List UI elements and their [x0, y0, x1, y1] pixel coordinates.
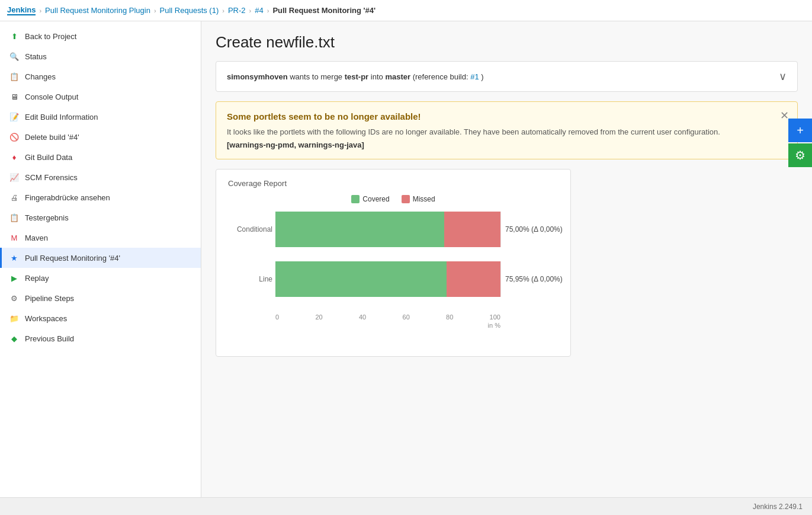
breadcrumb-pr2[interactable]: PR-2 [228, 6, 246, 15]
pipeline-steps-label: Pipeline Steps [25, 294, 74, 303]
status-icon: 🔍 [8, 50, 20, 62]
bar-covered-1 [275, 261, 447, 297]
sidebar-item-workspaces[interactable]: 📁Workspaces [0, 308, 201, 328]
replay-icon: ▶ [8, 272, 20, 284]
sidebar-item-delete-build[interactable]: 🚫Delete build '#4' [0, 127, 201, 147]
footer: Jenkins 2.249.1 [0, 497, 812, 515]
maven-label: Maven [25, 233, 48, 242]
previous-build-label: Previous Build [25, 334, 74, 343]
bar-value-label-0: 75,00% (Δ 0,00%) [505, 225, 563, 233]
pr-ref-prefix: (reference build: [413, 72, 471, 81]
chart-area: Conditional75,00% (Δ 0,00%)Line75,95% (Δ… [228, 212, 559, 347]
right-buttons: + ⚙ [788, 119, 812, 167]
sidebar-item-testergebnis[interactable]: 📋Testergebnis [0, 207, 201, 228]
chart-row-0: Conditional75,00% (Δ 0,00%) [275, 212, 559, 247]
back-to-project-label: Back to Project [25, 32, 76, 41]
chart-row-label-0: Conditional [228, 225, 272, 233]
main-content: Create newfile.txt simonsymhoven wants t… [201, 21, 812, 497]
chart-title: Coverage Report [228, 179, 559, 188]
bar-value-label-1: 75,95% (Δ 0,00%) [505, 275, 563, 283]
missed-dot [402, 195, 410, 203]
legend-missed-label: Missed [413, 195, 435, 203]
workspaces-icon: 📁 [8, 312, 20, 324]
fingerabdrucke-icon: 🖨 [8, 191, 20, 203]
warning-text: It looks like the portlets with the foll… [227, 126, 787, 138]
pr-expand-icon[interactable]: ∨ [779, 70, 787, 83]
delete-build-label: Delete build '#4' [25, 133, 79, 142]
pr-user: simonsymhoven [227, 72, 288, 81]
page-title: Create newfile.txt [216, 33, 798, 52]
grid-line [500, 261, 501, 297]
sidebar-item-pull-request-monitoring[interactable]: ★Pull Request Monitoring '#4' [0, 248, 201, 268]
warning-ids: [warnings-ng-pmd, warnings-ng-java] [227, 140, 787, 149]
x-axis-unit: in % [275, 322, 500, 329]
changes-icon: 📋 [8, 71, 20, 82]
chart-row-1: Line75,95% (Δ 0,00%) [275, 261, 559, 297]
legend-missed: Missed [402, 195, 435, 203]
grid-line [500, 212, 501, 247]
warning-close-button[interactable]: ✕ [780, 109, 789, 122]
changes-label: Changes [25, 72, 56, 81]
edit-build-information-icon: 📝 [8, 111, 20, 123]
pr-into: into [371, 72, 386, 81]
warning-box: ✕ Some portlets seem to be no longer ava… [216, 101, 798, 159]
bar-missed-1 [447, 261, 500, 297]
sidebar-item-git-build-data[interactable]: ♦Git Build Data [0, 147, 201, 167]
pull-request-monitoring-icon: ★ [8, 252, 20, 264]
version-label: Jenkins 2.249.1 [753, 503, 803, 511]
breadcrumb-current: Pull Request Monitoring '#4' [272, 6, 375, 15]
breadcrumb-plugin[interactable]: Pull Request Monitoring Plugin [45, 6, 150, 15]
chart-card: Coverage Report Covered Missed Condition… [216, 169, 571, 357]
pr-ref-suffix: ) [481, 72, 483, 81]
pipeline-steps-icon: ⚙ [8, 292, 20, 304]
back-to-project-icon: ⬆ [8, 30, 20, 42]
replay-label: Replay [25, 274, 49, 283]
console-output-label: Console Output [25, 92, 78, 101]
sidebar-item-scm-forensics[interactable]: 📈SCM Forensics [0, 167, 201, 187]
sidebar: ⬆Back to Project🔍Status📋Changes🖥Console … [0, 21, 201, 497]
sidebar-item-pipeline-steps[interactable]: ⚙Pipeline Steps [0, 288, 201, 308]
sidebar-item-status[interactable]: 🔍Status [0, 46, 201, 66]
covered-dot [351, 195, 360, 203]
testergebnis-icon: 📋 [8, 212, 20, 223]
testergebnis-label: Testergebnis [25, 213, 69, 222]
legend-covered-label: Covered [362, 195, 389, 203]
breadcrumb-jenkins[interactable]: Jenkins [7, 5, 36, 15]
git-build-data-label: Git Build Data [25, 153, 72, 162]
breadcrumb: Jenkins › Pull Request Monitoring Plugin… [0, 0, 812, 21]
settings-button[interactable]: ⚙ [788, 143, 812, 167]
pr-action: wants to merge [290, 72, 345, 81]
add-button[interactable]: + [788, 119, 812, 142]
chart-rows: Conditional75,00% (Δ 0,00%)Line75,95% (Δ… [275, 212, 559, 297]
sidebar-item-replay[interactable]: ▶Replay [0, 268, 201, 288]
edit-build-information-label: Edit Build Information [25, 113, 98, 121]
pr-info-text: simonsymhoven wants to merge test-pr int… [227, 72, 484, 81]
sidebar-item-console-output[interactable]: 🖥Console Output [0, 87, 201, 107]
pr-branch: test-pr [345, 72, 368, 81]
git-build-data-icon: ♦ [8, 151, 20, 163]
status-label: Status [25, 52, 47, 61]
bar-covered-0 [275, 212, 444, 247]
maven-icon: M [8, 232, 20, 244]
sidebar-item-changes[interactable]: 📋Changes [0, 66, 201, 87]
pull-request-monitoring-label: Pull Request Monitoring '#4' [25, 254, 120, 263]
pr-info-bar: simonsymhoven wants to merge test-pr int… [216, 61, 798, 92]
scm-forensics-label: SCM Forensics [25, 173, 78, 182]
breadcrumb-pull-requests[interactable]: Pull Requests (1) [160, 6, 219, 15]
warning-title: Some portlets seem to be no longer avail… [227, 111, 787, 121]
sidebar-item-edit-build-information[interactable]: 📝Edit Build Information [0, 107, 201, 127]
x-axis: 0 20 40 60 80 100 [275, 311, 500, 321]
scm-forensics-icon: 📈 [8, 171, 20, 183]
sidebar-item-maven[interactable]: MMaven [0, 228, 201, 248]
sidebar-item-fingerabdrucke[interactable]: 🖨Fingerabdrücke ansehen [0, 187, 201, 207]
workspaces-label: Workspaces [25, 314, 67, 323]
delete-build-icon: 🚫 [8, 131, 20, 143]
pr-ref-num[interactable]: #1 [470, 72, 479, 81]
sidebar-item-back-to-project[interactable]: ⬆Back to Project [0, 26, 201, 46]
bar-missed-0 [444, 212, 500, 247]
chart-row-label-1: Line [228, 275, 272, 283]
sidebar-item-previous-build[interactable]: ◆Previous Build [0, 328, 201, 348]
console-output-icon: 🖥 [8, 91, 20, 103]
fingerabdrucke-label: Fingerabdrücke ansehen [25, 193, 110, 202]
breadcrumb-hash4[interactable]: #4 [255, 6, 263, 15]
